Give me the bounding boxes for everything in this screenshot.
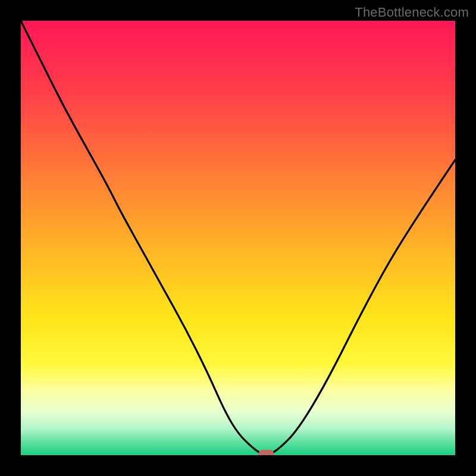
bottleneck-chart: TheBottleneck.com [0,0,476,476]
curve-layer [21,21,455,455]
optimal-marker [258,450,274,455]
plot-area [21,21,455,455]
bottleneck-curve [21,21,455,455]
watermark-text: TheBottleneck.com [355,5,469,20]
